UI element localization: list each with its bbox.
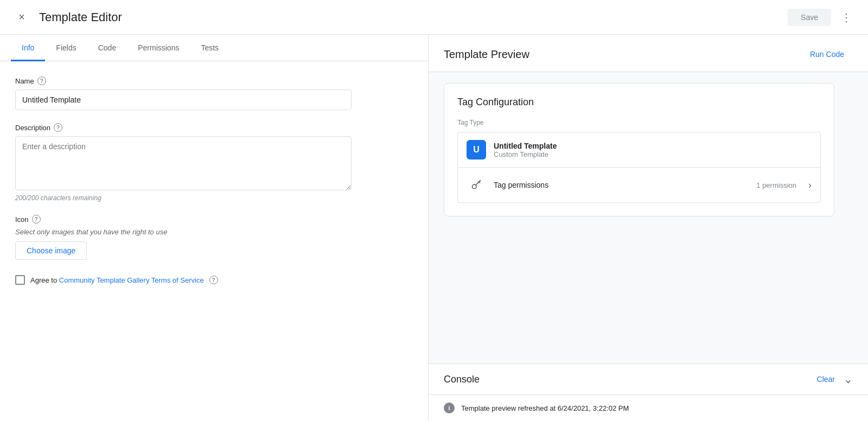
- more-options-button[interactable]: ⋮: [835, 7, 857, 28]
- console-title: Console: [444, 374, 480, 385]
- agree-row: Agree to Community Template Gallery Term…: [15, 275, 413, 285]
- tab-fields[interactable]: Fields: [45, 35, 87, 61]
- icon-help-icon[interactable]: ?: [32, 215, 41, 224]
- choose-image-button[interactable]: Choose image: [15, 241, 87, 260]
- console-log-entry: i Template preview refreshed at 6/24/202…: [429, 395, 868, 421]
- name-input[interactable]: [15, 90, 352, 110]
- right-panel: Template Preview Run Code Tag Configurat…: [429, 35, 868, 421]
- tag-type-label: Tag Type: [457, 119, 821, 126]
- tag-config-area: Tag Configuration Tag Type U Untitled Te…: [429, 72, 868, 363]
- left-panel: Info Fields Code Permissions Tests Name …: [0, 35, 429, 421]
- char-count: 200/200 characters remaining: [15, 194, 413, 202]
- tab-code[interactable]: Code: [87, 35, 127, 61]
- description-input[interactable]: [15, 136, 352, 190]
- description-field-group: Description ? 200/200 characters remaini…: [15, 123, 413, 202]
- form-area: Name ? Description ? 200/200 characters …: [0, 61, 428, 421]
- main-layout: Info Fields Code Permissions Tests Name …: [0, 35, 868, 421]
- svg-point-0: [473, 184, 477, 189]
- icon-label: Icon ?: [15, 215, 413, 224]
- chevron-right-icon: ›: [808, 180, 812, 191]
- terms-link[interactable]: Community Template Gallery Terms of Serv…: [59, 276, 204, 284]
- clear-button[interactable]: Clear: [817, 375, 835, 384]
- tag-config-card: Tag Configuration Tag Type U Untitled Te…: [444, 83, 834, 216]
- description-help-icon[interactable]: ?: [54, 123, 62, 132]
- tag-template-row[interactable]: U Untitled Template Custom Template: [458, 132, 820, 168]
- template-name: Untitled Template: [494, 142, 557, 150]
- console-actions: Clear ⌄: [817, 373, 853, 386]
- template-info: Untitled Template Custom Template: [494, 142, 557, 158]
- page-title: Template Editor: [39, 10, 122, 24]
- icon-field-group: Icon ? Select only images that you have …: [15, 215, 413, 260]
- permissions-count: 1 permission: [756, 181, 796, 189]
- console-section: Console Clear ⌄ i Template preview refre…: [429, 363, 868, 421]
- icon-note: Select only images that you have the rig…: [15, 228, 413, 236]
- tab-permissions[interactable]: Permissions: [127, 35, 190, 61]
- tab-info[interactable]: Info: [11, 35, 45, 61]
- tabs-bar: Info Fields Code Permissions Tests: [0, 35, 428, 61]
- description-label: Description ?: [15, 123, 413, 132]
- collapse-console-button[interactable]: ⌄: [844, 373, 853, 386]
- console-message: Template preview refreshed at 6/24/2021,…: [461, 404, 629, 412]
- key-icon: [467, 175, 486, 195]
- template-icon: U: [467, 140, 486, 160]
- run-code-button[interactable]: Run Code: [801, 46, 853, 63]
- name-help-icon[interactable]: ?: [37, 76, 46, 85]
- header-actions: Save ⋮: [788, 7, 857, 28]
- name-label: Name ?: [15, 76, 413, 85]
- tag-type-row: U Untitled Template Custom Template: [457, 132, 821, 203]
- agree-text: Agree to Community Template Gallery Term…: [30, 276, 204, 284]
- tos-help-icon[interactable]: ?: [209, 276, 218, 284]
- console-header: Console Clear ⌄: [429, 364, 868, 395]
- tab-tests[interactable]: Tests: [190, 35, 229, 61]
- tag-config-title: Tag Configuration: [457, 97, 821, 108]
- console-info-icon: i: [444, 403, 455, 413]
- save-button[interactable]: Save: [788, 9, 831, 26]
- agree-checkbox[interactable]: [15, 275, 25, 285]
- close-button[interactable]: ×: [11, 7, 33, 28]
- template-type: Custom Template: [494, 150, 557, 158]
- name-field-group: Name ?: [15, 76, 413, 110]
- preview-title: Template Preview: [444, 48, 529, 61]
- tag-permissions-row[interactable]: Tag permissions 1 permission ›: [458, 168, 820, 202]
- permissions-label: Tag permissions: [494, 181, 749, 189]
- preview-header: Template Preview Run Code: [429, 35, 868, 72]
- header: × Template Editor Save ⋮: [0, 0, 868, 35]
